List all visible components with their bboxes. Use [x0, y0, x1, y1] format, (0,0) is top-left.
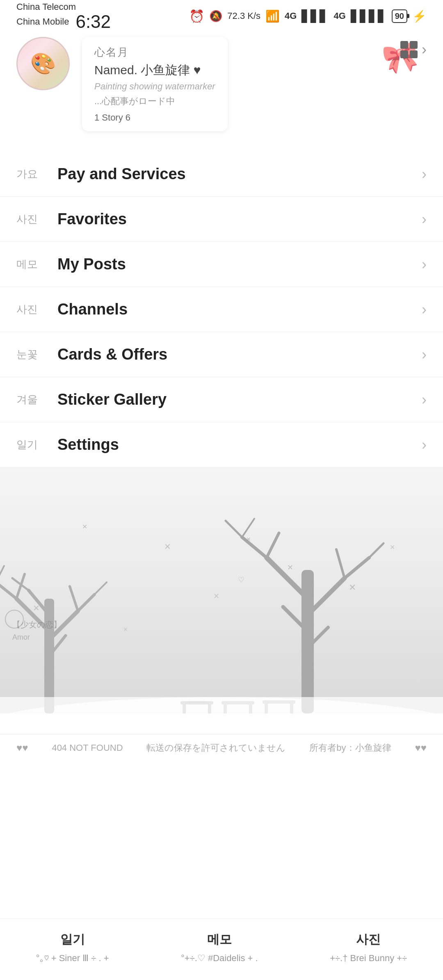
time-display: 6:32	[75, 13, 111, 31]
menu-kr-label-2: 메모	[16, 257, 49, 271]
profile-loading: ...心配事がロード中	[94, 95, 215, 107]
svg-line-20	[336, 549, 345, 578]
signal-icon: ▋▋▋	[301, 9, 329, 23]
svg-line-9	[70, 586, 78, 611]
chevron-icon-6: ›	[422, 436, 427, 454]
nav-label-2: 사진	[356, 931, 381, 948]
svg-text:✕: ✕	[287, 563, 293, 572]
svg-line-19	[345, 558, 369, 578]
nav-item-photo[interactable]: 사진 +÷.† Brei Bunny +÷	[330, 931, 407, 964]
flake1: ✕	[82, 523, 87, 530]
profile-title-chinese: 心名月	[94, 45, 215, 59]
signal-icon2: ▋▋▋▋	[351, 9, 387, 23]
scene-svg: ✕ ✕ ✕ ✕ ✕ ✕ ✕ ✕ ✕ 【少女の恋】 Amor ♡	[0, 467, 443, 734]
bottom-spacer	[0, 761, 443, 864]
footer-hearts-left: ♥♥	[16, 742, 28, 754]
menu-item-favorites[interactable]: 사진 Favorites ›	[0, 197, 443, 242]
chevron-icon-5: ›	[422, 391, 427, 408]
menu-kr-label-3: 사진	[16, 302, 49, 317]
footer-not-found: 404 NOT FOUND	[52, 743, 123, 753]
svg-text:✕: ✕	[349, 582, 356, 593]
bottom-navigation: 일기 °｡♡ + Siner Ⅲ ÷ . + 메모 °+÷.♡ #Daideli…	[0, 918, 443, 980]
menu-item-channels[interactable]: 사진 Channels ›	[0, 287, 443, 332]
stats-text: 1 Story 6	[94, 112, 130, 123]
menu-kr-label-1: 사진	[16, 212, 49, 226]
status-bar: China Telecom China Mobile 6:32 ⏰ 🔕 72.3…	[0, 0, 443, 29]
menu-en-label-0: Pay and Services	[57, 165, 422, 183]
status-indicators: ⏰ 🔕 72.3 K/s 📶 4G ▋▋▋ 4G ▋▋▋▋ 90 ⚡	[189, 9, 427, 23]
nav-label-1: 메모	[207, 931, 232, 948]
footer-no-transfer: 転送の保存を許可されていません	[146, 742, 285, 754]
grid-chevron-icon: ›	[422, 41, 427, 58]
menu-kr-label-6: 일기	[16, 438, 49, 452]
nav-sublabel-2: +÷.† Brei Bunny +÷	[330, 953, 407, 964]
svg-text:✕: ✕	[123, 626, 128, 633]
svg-line-16	[242, 537, 267, 558]
menu-en-label-2: My Posts	[57, 255, 422, 273]
speed-display: 72.3 K/s	[227, 11, 260, 21]
battery-indicator: 90	[392, 9, 407, 23]
svg-line-3	[0, 582, 16, 599]
nav-item-diary[interactable]: 일기 °｡♡ + Siner Ⅲ ÷ . +	[36, 931, 109, 964]
menu-list: 가요 Pay and Services › 사진 Favorites › 메모 …	[0, 152, 443, 467]
svg-text:✕: ✕	[246, 536, 251, 542]
alarm-icon: ⏰	[189, 9, 204, 23]
svg-text:✕: ✕	[164, 542, 171, 551]
generation2: 4G	[333, 11, 345, 21]
carrier1: China Telecom	[16, 1, 111, 13]
profile-card: 心名月 Named. 小鱼旋律 ♥ Painting showing water…	[82, 37, 228, 131]
menu-item-settings[interactable]: 일기 Settings ›	[0, 422, 443, 467]
menu-kr-label-5: 겨울	[16, 392, 49, 407]
wifi-icon: 📶	[265, 9, 280, 23]
menu-item-pay-services[interactable]: 가요 Pay and Services ›	[0, 152, 443, 197]
nav-sublabel-1: °+÷.♡ #Daidelis + .	[181, 953, 258, 964]
svg-text:✕: ✕	[33, 604, 40, 613]
svg-text:✕: ✕	[390, 544, 395, 551]
svg-line-13	[94, 582, 107, 595]
mute-icon: 🔕	[209, 10, 222, 23]
footer-owner: 所有者by：小鱼旋律	[309, 742, 391, 754]
svg-line-24	[242, 519, 254, 537]
nav-label-0: 일기	[60, 931, 85, 948]
profile-subtitle: Painting showing watermarker	[94, 81, 215, 92]
generation1: 4G	[285, 11, 297, 21]
profile-stats: 1 Story 6	[94, 112, 215, 123]
menu-en-label-3: Channels	[57, 301, 422, 318]
grid-view-button[interactable]	[400, 41, 418, 58]
menu-en-label-5: Sticker Gallery	[57, 391, 422, 408]
menu-item-cards-offers[interactable]: 눈꽃 Cards & Offers ›	[0, 332, 443, 377]
chevron-icon-0: ›	[422, 166, 427, 183]
menu-kr-label-4: 눈꽃	[16, 347, 49, 362]
carrier-info: China Telecom China Mobile 6:32	[16, 1, 111, 31]
menu-en-label-6: Settings	[57, 436, 422, 454]
menu-en-label-4: Cards & Offers	[57, 346, 422, 363]
menu-item-sticker-gallery[interactable]: 겨울 Sticker Gallery ›	[0, 377, 443, 422]
menu-en-label-1: Favorites	[57, 210, 422, 228]
nav-item-memo[interactable]: 메모 °+÷.♡ #Daidelis + .	[181, 931, 258, 964]
grid-icon	[400, 41, 418, 58]
carrier2: China Mobile	[16, 16, 69, 28]
svg-text:【少女の恋】: 【少女の恋】	[12, 620, 62, 629]
avatar-emoji: 🎨	[30, 52, 56, 75]
svg-line-8	[78, 595, 94, 611]
menu-item-my-posts[interactable]: 메모 My Posts ›	[0, 242, 443, 287]
avatar[interactable]: 🎨	[16, 37, 70, 90]
menu-kr-label-0: 가요	[16, 167, 49, 181]
chevron-icon-1: ›	[422, 211, 427, 228]
footer-hearts-right: ♥♥	[415, 742, 427, 754]
snow-scene: ✕ ✕ ✕ ✕ ✕ ✕ ✕ ✕ ✕ 【少女の恋】 Amor ♡	[0, 467, 443, 734]
svg-text:✕: ✕	[213, 592, 219, 600]
top-right-actions[interactable]: ›	[400, 41, 427, 58]
chevron-icon-3: ›	[422, 301, 427, 318]
profile-section: 🎨 心名月 Named. 小鱼旋律 ♥ Painting showing wat…	[0, 29, 443, 144]
charging-icon: ⚡	[412, 9, 427, 23]
svg-line-12	[0, 566, 4, 582]
svg-text:Amor: Amor	[12, 633, 30, 641]
svg-line-23	[226, 521, 242, 537]
nav-sublabel-0: °｡♡ + Siner Ⅲ ÷ . +	[36, 953, 109, 964]
chevron-icon-4: ›	[422, 346, 427, 363]
footer-watermark: ♥♥ 404 NOT FOUND 転送の保存を許可されていません 所有者by：小…	[0, 734, 443, 761]
profile-name: Named. 小鱼旋律 ♥	[94, 62, 215, 79]
battery-level: 90	[395, 11, 404, 21]
svg-line-17	[267, 533, 279, 558]
